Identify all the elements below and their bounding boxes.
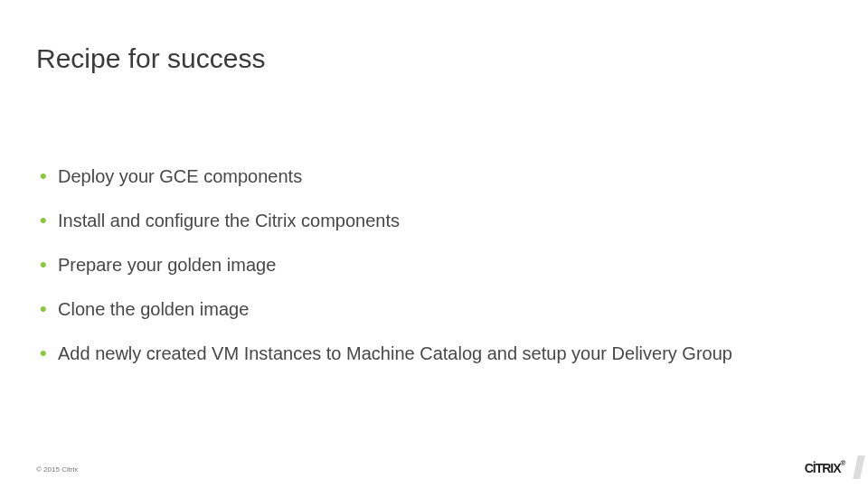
list-item: Add newly created VM Instances to Machin…: [36, 342, 832, 366]
citrix-logo: CİTRIX®: [805, 461, 846, 475]
slide: Recipe for success Deploy your GCE compo…: [0, 0, 868, 488]
list-item: Deploy your GCE components: [36, 164, 832, 189]
copyright-footer: © 2015 Citrix: [36, 465, 78, 474]
accent-decoration: [853, 455, 865, 479]
bullet-list: Deploy your GCE components Install and c…: [36, 164, 832, 366]
registered-mark: ®: [841, 459, 846, 467]
list-item: Clone the golden image: [36, 297, 832, 322]
logo-text: CİTRIX: [805, 461, 841, 475]
list-item: Prepare your golden image: [36, 253, 832, 277]
list-item: Install and configure the Citrix compone…: [36, 209, 832, 233]
slide-title: Recipe for success: [36, 43, 832, 74]
